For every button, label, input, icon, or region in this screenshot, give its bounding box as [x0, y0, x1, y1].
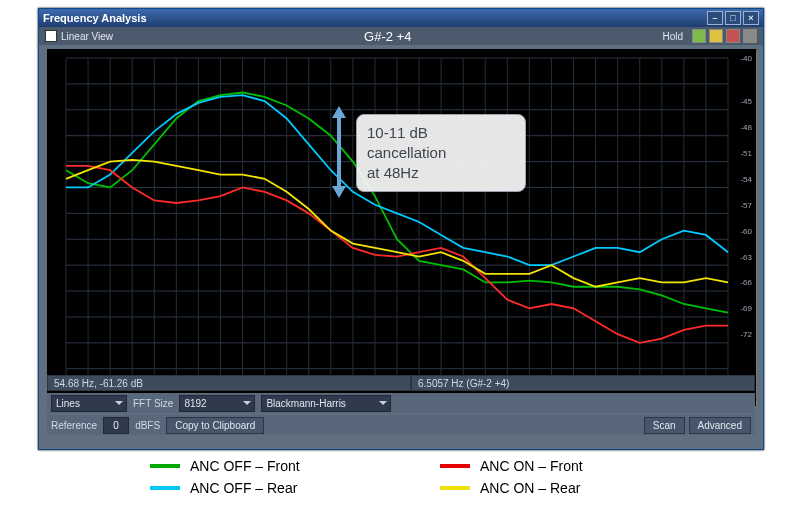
maximize-button[interactable]: □ — [725, 11, 741, 25]
legend-label: ANC OFF – Rear — [190, 480, 297, 496]
legend-anc-off-rear: ANC OFF – Rear — [150, 480, 380, 496]
hold-slot-2[interactable] — [709, 29, 723, 43]
graph-type-select[interactable]: Lines — [51, 395, 127, 412]
reference-value[interactable]: 0 — [103, 417, 129, 434]
legend-label: ANC OFF – Front — [190, 458, 300, 474]
status-bar: 54.68 Hz, -61.26 dB 6.5057 Hz (G#-2 +4) — [47, 375, 755, 391]
cursor-readout: 54.68 Hz, -61.26 dB — [47, 375, 411, 391]
svg-text:-63: -63 — [740, 253, 752, 262]
svg-text:-57: -57 — [740, 201, 752, 210]
chart-header: Linear View G#-2 +4 Hold — [39, 27, 763, 45]
controls-row-1: Lines FFT Size 8192 Blackmann-Harris — [47, 393, 755, 413]
hold-slot-3[interactable] — [726, 29, 740, 43]
window-buttons: – □ × — [707, 11, 759, 25]
svg-text:-54: -54 — [740, 175, 752, 184]
callout-line2: cancellation — [367, 143, 515, 163]
callout-line3: at 48Hz — [367, 163, 515, 183]
svg-text:-45: -45 — [740, 97, 752, 106]
hold-close-icon[interactable] — [743, 29, 757, 43]
legend-label: ANC ON – Front — [480, 458, 583, 474]
window-title: Frequency Analysis — [43, 12, 147, 24]
legend-label: ANC ON – Rear — [480, 480, 580, 496]
legend-anc-on-rear: ANC ON – Rear — [440, 480, 670, 496]
titlebar[interactable]: Frequency Analysis – □ × — [39, 9, 763, 27]
legend-swatch-yellow — [440, 486, 470, 490]
frequency-analysis-window: Frequency Analysis – □ × Linear View G#-… — [38, 8, 764, 450]
minimize-button[interactable]: – — [707, 11, 723, 25]
svg-text:-69: -69 — [740, 304, 752, 313]
window-fn-select[interactable]: Blackmann-Harris — [261, 395, 391, 412]
note-readout: 6.5057 Hz (G#-2 +4) — [411, 375, 755, 391]
fft-size-label: FFT Size — [133, 398, 173, 409]
chart-area[interactable]: 4041424344454647484950515253545556575859… — [47, 49, 757, 407]
hold-label: Hold — [662, 31, 683, 42]
annotation-callout: 10-11 dB cancellation at 48Hz — [356, 114, 526, 192]
svg-text:-72: -72 — [740, 330, 752, 339]
controls-row-2: Reference 0 dBFS Copy to Clipboard Scan … — [47, 415, 755, 435]
chart-title: G#-2 +4 — [364, 29, 411, 44]
legend-anc-on-front: ANC ON – Front — [440, 458, 670, 474]
svg-text:-60: -60 — [740, 227, 752, 236]
advanced-button[interactable]: Advanced — [689, 417, 751, 434]
legend-swatch-green — [150, 464, 180, 468]
copy-button[interactable]: Copy to Clipboard — [166, 417, 264, 434]
svg-text:-48: -48 — [740, 123, 752, 132]
callout-line1: 10-11 dB — [367, 123, 515, 143]
external-legend: ANC OFF – Front ANC ON – Front ANC OFF –… — [150, 458, 670, 496]
svg-text:-51: -51 — [740, 149, 752, 158]
chart-svg: 4041424344454647484950515253545556575859… — [48, 50, 756, 406]
reference-label: Reference — [51, 420, 97, 431]
reference-unit: dBFS — [135, 420, 160, 431]
hold-slot-1[interactable] — [692, 29, 706, 43]
linear-view-label: Linear View — [61, 31, 113, 42]
close-button[interactable]: × — [743, 11, 759, 25]
legend-anc-off-front: ANC OFF – Front — [150, 458, 380, 474]
svg-marker-90 — [332, 186, 346, 198]
svg-text:-66: -66 — [740, 278, 752, 287]
legend-swatch-red — [440, 464, 470, 468]
svg-marker-89 — [332, 106, 346, 118]
svg-text:-40: -40 — [740, 54, 752, 63]
annotation-arrow — [326, 106, 352, 198]
legend-swatch-cyan — [150, 486, 180, 490]
fft-size-select[interactable]: 8192 — [179, 395, 255, 412]
scan-button[interactable]: Scan — [644, 417, 685, 434]
linear-view-checkbox[interactable] — [45, 30, 57, 42]
